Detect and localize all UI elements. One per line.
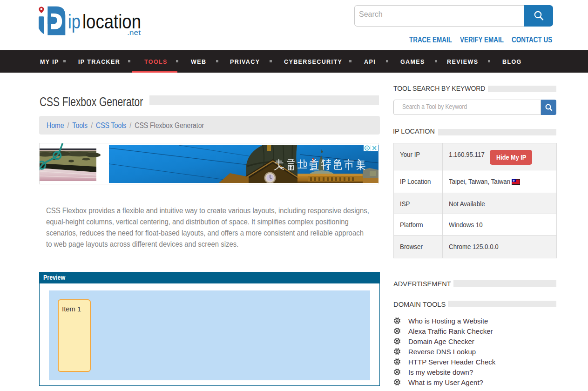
svg-text:ip: ip xyxy=(68,10,81,33)
svg-text:.net: .net xyxy=(127,29,141,36)
